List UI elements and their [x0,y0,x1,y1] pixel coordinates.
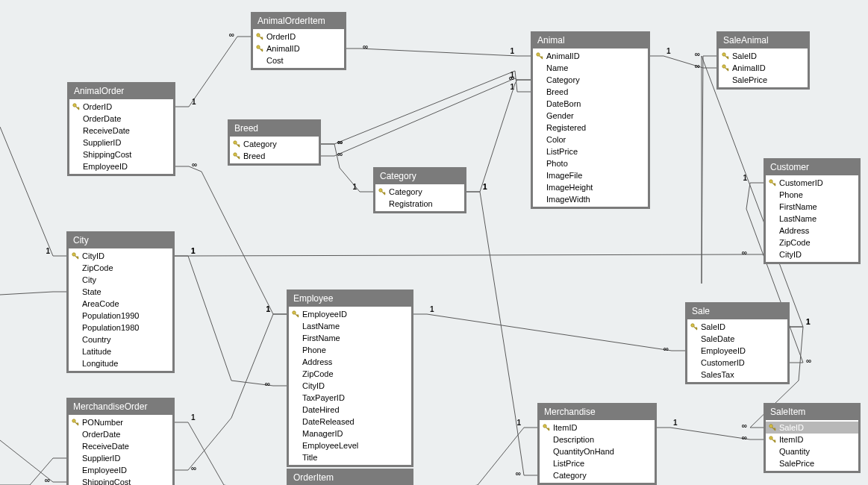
entity-saleitem[interactable]: SaleItemSaleIDItemIDQuantitySalePrice [764,403,861,473]
column-row[interactable]: Breed [533,86,648,98]
column-row[interactable]: DateReleased [289,416,411,428]
entity-title[interactable]: AnimalOrder [69,84,173,99]
column-row[interactable]: ImageFile [533,169,648,181]
column-row[interactable]: Category [540,469,655,481]
entity-title[interactable]: Employee [289,292,411,307]
entity-title[interactable]: MerchandiseOrder [69,400,172,415]
column-row[interactable]: ZipCode [69,262,172,274]
column-row[interactable]: Category [375,186,464,198]
column-row[interactable]: ZipCode [766,237,858,248]
entity-title[interactable]: SaleItem [766,405,858,420]
column-row[interactable]: QuantityOnHand [540,445,655,457]
column-row[interactable]: LastName [289,320,411,332]
column-row[interactable]: CityID [766,248,858,260]
entity-title[interactable]: Animal [533,34,648,48]
entity-title[interactable]: Merchandise [540,405,655,420]
column-row[interactable]: SaleDate [687,333,787,345]
column-row[interactable]: SaleID [766,422,858,434]
entity-orderitem[interactable]: OrderItemPONumber [287,469,413,485]
column-row[interactable]: EmployeeID [69,464,172,476]
entity-breed[interactable]: BreedCategoryBreed [228,119,321,166]
column-row[interactable]: DateBorn [533,98,648,110]
entity-merchandiseorder[interactable]: MerchandiseOrderPONumberOrderDateReceive… [66,398,175,485]
entity-animal[interactable]: AnimalAnimalIDNameCategoryBreedDateBornG… [531,31,650,209]
column-row[interactable]: Longitude [69,357,172,369]
column-row[interactable]: ListPrice [540,457,655,469]
column-row[interactable]: Cost [253,54,344,66]
column-row[interactable]: Quantity [766,445,858,457]
column-row[interactable]: OrderID [253,31,344,43]
entity-saleanimal[interactable]: SaleAnimalSaleIDAnimalIDSalePrice [716,31,810,90]
column-row[interactable]: EmployeeID [289,308,411,320]
column-row[interactable]: Phone [289,344,411,356]
column-row[interactable]: OrderDate [69,428,172,440]
column-row[interactable]: EmployeeLevel [289,439,411,451]
column-row[interactable]: Address [289,356,411,368]
column-row[interactable]: SalesTax [687,369,787,381]
entity-category[interactable]: CategoryCategoryRegistration [373,167,466,213]
column-row[interactable]: ManagerID [289,428,411,439]
column-row[interactable]: ItemID [540,422,655,434]
column-row[interactable]: AnimalID [533,50,648,62]
column-row[interactable]: City [69,274,172,286]
column-row[interactable]: Registered [533,122,648,134]
column-row[interactable]: ReceiveDate [69,125,173,137]
column-row[interactable]: ShippingCost [69,476,172,485]
column-row[interactable]: TaxPayerID [289,392,411,404]
column-row[interactable]: Name [533,62,648,74]
column-row[interactable]: CityID [69,250,172,262]
entity-customer[interactable]: CustomerCustomerIDPhoneFirstNameLastName… [764,158,861,264]
column-row[interactable]: Registration [375,198,464,210]
column-row[interactable]: SaleID [687,321,787,333]
column-row[interactable]: AnimalID [253,43,344,54]
entity-sale[interactable]: SaleSaleIDSaleDateEmployeeIDCustomerIDSa… [685,302,790,384]
column-row[interactable]: SalePrice [719,74,808,86]
column-row[interactable]: Category [230,138,319,150]
column-row[interactable]: SupplierID [69,137,173,148]
column-row[interactable]: Description [540,434,655,445]
column-row[interactable]: ReceiveDate [69,440,172,452]
column-row[interactable]: DateHired [289,404,411,416]
column-row[interactable]: ItemID [766,434,858,445]
column-row[interactable]: Color [533,134,648,146]
column-row[interactable]: ImageHeight [533,181,648,193]
column-row[interactable]: FirstName [766,201,858,213]
erd-canvas[interactable]: 1∞1∞1∞∞1∞11∞1∞1∞1∞1∞1∞1∞1∞1∞1∞1∞1∞1∞1∞1∞… [0,0,868,485]
entity-animalorderitem[interactable]: AnimalOrderItemOrderIDAnimalIDCost [251,12,346,70]
column-row[interactable]: Breed [230,150,319,162]
column-row[interactable]: PONumber [69,416,172,428]
entity-title[interactable]: Category [375,169,464,184]
column-row[interactable]: EmployeeID [69,160,173,172]
entity-merchandise[interactable]: MerchandiseItemIDDescriptionQuantityOnHa… [537,403,657,485]
column-row[interactable]: Title [289,451,411,463]
entity-city[interactable]: CityCityIDZipCodeCityStateAreaCodePopula… [66,231,175,373]
entity-title[interactable]: Breed [230,122,319,137]
column-row[interactable]: Latitude [69,345,172,357]
column-row[interactable]: ZipCode [289,368,411,380]
column-row[interactable]: Photo [533,157,648,169]
entity-title[interactable]: SaleAnimal [719,34,808,48]
entity-title[interactable]: Customer [766,160,858,175]
entity-title[interactable]: Sale [687,304,787,319]
column-row[interactable]: Gender [533,110,648,122]
column-row[interactable]: ShippingCost [69,148,173,160]
column-row[interactable]: ImageWidth [533,193,648,205]
column-row[interactable]: Address [766,225,858,237]
column-row[interactable]: Population1980 [69,322,172,334]
entity-animalorder[interactable]: AnimalOrderOrderIDOrderDateReceiveDateSu… [67,82,175,176]
entity-title[interactable]: AnimalOrderItem [253,14,344,29]
column-row[interactable]: CustomerID [766,177,858,189]
column-row[interactable]: LastName [766,213,858,225]
column-row[interactable]: Phone [766,189,858,201]
column-row[interactable]: AreaCode [69,298,172,310]
column-row[interactable]: SalePrice [766,457,858,469]
column-row[interactable]: OrderID [69,101,173,113]
column-row[interactable]: Population1990 [69,310,172,322]
column-row[interactable]: State [69,286,172,298]
column-row[interactable]: OrderDate [69,113,173,125]
entity-title[interactable]: OrderItem [289,471,411,485]
column-row[interactable]: Country [69,334,172,345]
column-row[interactable]: CityID [289,380,411,392]
column-row[interactable]: SupplierID [69,452,172,464]
column-row[interactable]: CustomerID [687,357,787,369]
